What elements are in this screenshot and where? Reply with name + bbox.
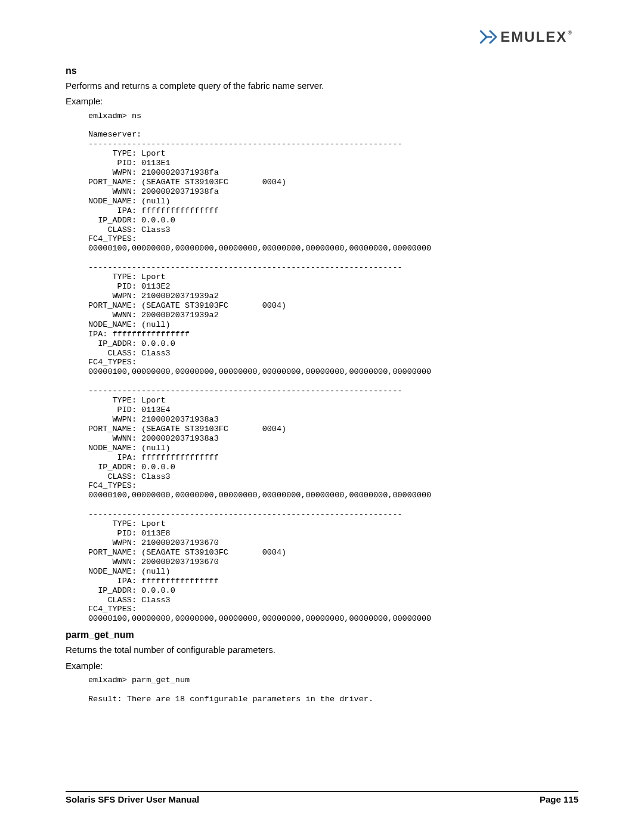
footer-manual-title: Solaris SFS Driver User Manual <box>66 794 199 804</box>
registered-mark: ® <box>568 30 573 36</box>
emulex-logo-icon <box>480 30 497 44</box>
parm-get-num-heading: parm_get_num <box>66 630 578 640</box>
page-content: EMULEX® ns Performs and returns a comple… <box>0 0 644 833</box>
footer-page-number: Page 115 <box>540 794 578 804</box>
parm-get-num-description: Returns the total number of configurable… <box>66 644 578 656</box>
page-footer: Solaris SFS Driver User Manual Page 115 <box>66 791 578 804</box>
emulex-logo-text: EMULEX® <box>500 29 572 45</box>
parm-get-num-code-block: emlxadm> parm_get_num Result: There are … <box>66 676 578 704</box>
section-ns: ns Performs and returns a complete query… <box>66 66 578 624</box>
parm-get-num-example-label: Example: <box>66 660 578 672</box>
ns-heading: ns <box>66 66 578 76</box>
ns-code-block: emlxadm> ns Nameserver: ----------------… <box>66 112 578 624</box>
section-parm-get-num: parm_get_num Returns the total number of… <box>66 630 578 704</box>
emulex-word: EMULEX <box>500 29 567 45</box>
ns-description: Performs and returns a complete query of… <box>66 80 578 92</box>
emulex-logo: EMULEX® <box>480 29 572 45</box>
ns-example-label: Example: <box>66 95 578 107</box>
